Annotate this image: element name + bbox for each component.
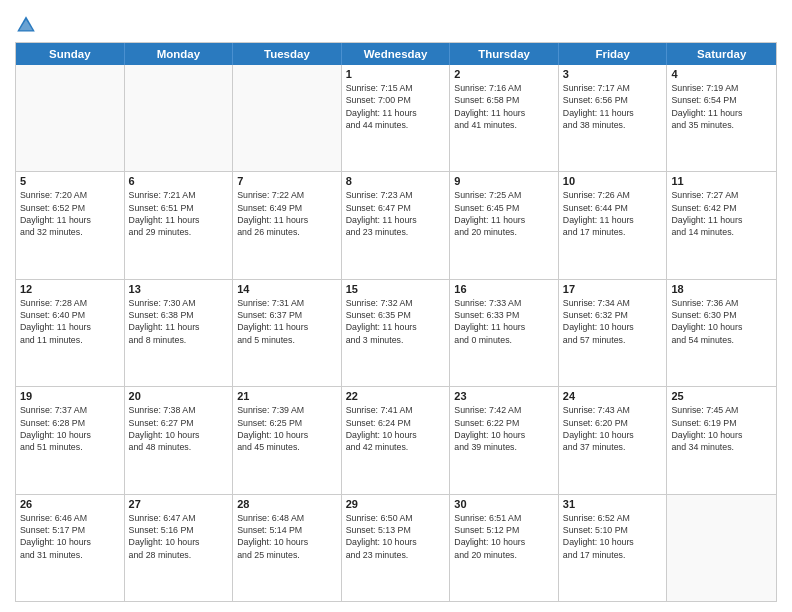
calendar-body: 1Sunrise: 7:15 AM Sunset: 7:00 PM Daylig…	[16, 65, 776, 601]
calendar-header: SundayMondayTuesdayWednesdayThursdayFrid…	[16, 43, 776, 65]
day-info: Sunrise: 7:20 AM Sunset: 6:52 PM Dayligh…	[20, 189, 120, 238]
calendar-day-9: 9Sunrise: 7:25 AM Sunset: 6:45 PM Daylig…	[450, 172, 559, 278]
logo	[15, 14, 40, 36]
calendar-empty-cell	[16, 65, 125, 171]
calendar-day-10: 10Sunrise: 7:26 AM Sunset: 6:44 PM Dayli…	[559, 172, 668, 278]
day-info: Sunrise: 7:43 AM Sunset: 6:20 PM Dayligh…	[563, 404, 663, 453]
calendar-day-24: 24Sunrise: 7:43 AM Sunset: 6:20 PM Dayli…	[559, 387, 668, 493]
day-number: 7	[237, 175, 337, 187]
calendar-empty-cell	[667, 495, 776, 601]
calendar-day-5: 5Sunrise: 7:20 AM Sunset: 6:52 PM Daylig…	[16, 172, 125, 278]
calendar-day-25: 25Sunrise: 7:45 AM Sunset: 6:19 PM Dayli…	[667, 387, 776, 493]
page: SundayMondayTuesdayWednesdayThursdayFrid…	[0, 0, 792, 612]
day-number: 5	[20, 175, 120, 187]
day-info: Sunrise: 7:21 AM Sunset: 6:51 PM Dayligh…	[129, 189, 229, 238]
day-info: Sunrise: 6:48 AM Sunset: 5:14 PM Dayligh…	[237, 512, 337, 561]
calendar-day-7: 7Sunrise: 7:22 AM Sunset: 6:49 PM Daylig…	[233, 172, 342, 278]
day-number: 12	[20, 283, 120, 295]
calendar-week-3: 12Sunrise: 7:28 AM Sunset: 6:40 PM Dayli…	[16, 279, 776, 386]
day-number: 17	[563, 283, 663, 295]
day-number: 6	[129, 175, 229, 187]
calendar-day-21: 21Sunrise: 7:39 AM Sunset: 6:25 PM Dayli…	[233, 387, 342, 493]
day-number: 18	[671, 283, 772, 295]
day-info: Sunrise: 7:41 AM Sunset: 6:24 PM Dayligh…	[346, 404, 446, 453]
calendar-day-8: 8Sunrise: 7:23 AM Sunset: 6:47 PM Daylig…	[342, 172, 451, 278]
calendar-week-1: 1Sunrise: 7:15 AM Sunset: 7:00 PM Daylig…	[16, 65, 776, 171]
weekday-header-tuesday: Tuesday	[233, 43, 342, 65]
day-info: Sunrise: 6:52 AM Sunset: 5:10 PM Dayligh…	[563, 512, 663, 561]
day-number: 26	[20, 498, 120, 510]
calendar-day-6: 6Sunrise: 7:21 AM Sunset: 6:51 PM Daylig…	[125, 172, 234, 278]
day-info: Sunrise: 6:47 AM Sunset: 5:16 PM Dayligh…	[129, 512, 229, 561]
calendar-day-16: 16Sunrise: 7:33 AM Sunset: 6:33 PM Dayli…	[450, 280, 559, 386]
day-number: 27	[129, 498, 229, 510]
day-number: 30	[454, 498, 554, 510]
calendar-week-4: 19Sunrise: 7:37 AM Sunset: 6:28 PM Dayli…	[16, 386, 776, 493]
day-number: 3	[563, 68, 663, 80]
day-number: 1	[346, 68, 446, 80]
calendar-day-12: 12Sunrise: 7:28 AM Sunset: 6:40 PM Dayli…	[16, 280, 125, 386]
calendar-day-30: 30Sunrise: 6:51 AM Sunset: 5:12 PM Dayli…	[450, 495, 559, 601]
day-info: Sunrise: 7:38 AM Sunset: 6:27 PM Dayligh…	[129, 404, 229, 453]
day-number: 11	[671, 175, 772, 187]
day-info: Sunrise: 7:16 AM Sunset: 6:58 PM Dayligh…	[454, 82, 554, 131]
day-number: 16	[454, 283, 554, 295]
calendar-day-3: 3Sunrise: 7:17 AM Sunset: 6:56 PM Daylig…	[559, 65, 668, 171]
day-info: Sunrise: 7:27 AM Sunset: 6:42 PM Dayligh…	[671, 189, 772, 238]
calendar-day-13: 13Sunrise: 7:30 AM Sunset: 6:38 PM Dayli…	[125, 280, 234, 386]
day-info: Sunrise: 7:45 AM Sunset: 6:19 PM Dayligh…	[671, 404, 772, 453]
calendar-day-14: 14Sunrise: 7:31 AM Sunset: 6:37 PM Dayli…	[233, 280, 342, 386]
day-info: Sunrise: 7:37 AM Sunset: 6:28 PM Dayligh…	[20, 404, 120, 453]
day-info: Sunrise: 7:39 AM Sunset: 6:25 PM Dayligh…	[237, 404, 337, 453]
day-number: 4	[671, 68, 772, 80]
weekday-header-saturday: Saturday	[667, 43, 776, 65]
day-info: Sunrise: 7:15 AM Sunset: 7:00 PM Dayligh…	[346, 82, 446, 131]
day-number: 19	[20, 390, 120, 402]
day-info: Sunrise: 7:31 AM Sunset: 6:37 PM Dayligh…	[237, 297, 337, 346]
day-info: Sunrise: 7:34 AM Sunset: 6:32 PM Dayligh…	[563, 297, 663, 346]
day-info: Sunrise: 6:51 AM Sunset: 5:12 PM Dayligh…	[454, 512, 554, 561]
calendar-week-5: 26Sunrise: 6:46 AM Sunset: 5:17 PM Dayli…	[16, 494, 776, 601]
day-number: 21	[237, 390, 337, 402]
day-info: Sunrise: 7:32 AM Sunset: 6:35 PM Dayligh…	[346, 297, 446, 346]
day-number: 10	[563, 175, 663, 187]
calendar-day-31: 31Sunrise: 6:52 AM Sunset: 5:10 PM Dayli…	[559, 495, 668, 601]
calendar-day-29: 29Sunrise: 6:50 AM Sunset: 5:13 PM Dayli…	[342, 495, 451, 601]
weekday-header-sunday: Sunday	[16, 43, 125, 65]
calendar-empty-cell	[125, 65, 234, 171]
calendar-day-26: 26Sunrise: 6:46 AM Sunset: 5:17 PM Dayli…	[16, 495, 125, 601]
calendar-day-2: 2Sunrise: 7:16 AM Sunset: 6:58 PM Daylig…	[450, 65, 559, 171]
day-info: Sunrise: 7:26 AM Sunset: 6:44 PM Dayligh…	[563, 189, 663, 238]
day-number: 14	[237, 283, 337, 295]
day-number: 28	[237, 498, 337, 510]
calendar-day-15: 15Sunrise: 7:32 AM Sunset: 6:35 PM Dayli…	[342, 280, 451, 386]
weekday-header-wednesday: Wednesday	[342, 43, 451, 65]
calendar-empty-cell	[233, 65, 342, 171]
day-number: 29	[346, 498, 446, 510]
day-number: 2	[454, 68, 554, 80]
weekday-header-thursday: Thursday	[450, 43, 559, 65]
day-info: Sunrise: 7:33 AM Sunset: 6:33 PM Dayligh…	[454, 297, 554, 346]
day-number: 24	[563, 390, 663, 402]
calendar-day-4: 4Sunrise: 7:19 AM Sunset: 6:54 PM Daylig…	[667, 65, 776, 171]
logo-icon	[15, 14, 37, 36]
calendar-day-1: 1Sunrise: 7:15 AM Sunset: 7:00 PM Daylig…	[342, 65, 451, 171]
day-number: 20	[129, 390, 229, 402]
day-info: Sunrise: 7:28 AM Sunset: 6:40 PM Dayligh…	[20, 297, 120, 346]
day-number: 31	[563, 498, 663, 510]
day-number: 8	[346, 175, 446, 187]
day-info: Sunrise: 7:22 AM Sunset: 6:49 PM Dayligh…	[237, 189, 337, 238]
day-number: 13	[129, 283, 229, 295]
calendar-day-23: 23Sunrise: 7:42 AM Sunset: 6:22 PM Dayli…	[450, 387, 559, 493]
calendar-day-27: 27Sunrise: 6:47 AM Sunset: 5:16 PM Dayli…	[125, 495, 234, 601]
day-number: 23	[454, 390, 554, 402]
day-info: Sunrise: 7:30 AM Sunset: 6:38 PM Dayligh…	[129, 297, 229, 346]
day-info: Sunrise: 7:19 AM Sunset: 6:54 PM Dayligh…	[671, 82, 772, 131]
calendar-day-20: 20Sunrise: 7:38 AM Sunset: 6:27 PM Dayli…	[125, 387, 234, 493]
day-info: Sunrise: 7:25 AM Sunset: 6:45 PM Dayligh…	[454, 189, 554, 238]
calendar-day-18: 18Sunrise: 7:36 AM Sunset: 6:30 PM Dayli…	[667, 280, 776, 386]
day-info: Sunrise: 7:36 AM Sunset: 6:30 PM Dayligh…	[671, 297, 772, 346]
day-info: Sunrise: 7:17 AM Sunset: 6:56 PM Dayligh…	[563, 82, 663, 131]
calendar: SundayMondayTuesdayWednesdayThursdayFrid…	[15, 42, 777, 602]
day-number: 22	[346, 390, 446, 402]
